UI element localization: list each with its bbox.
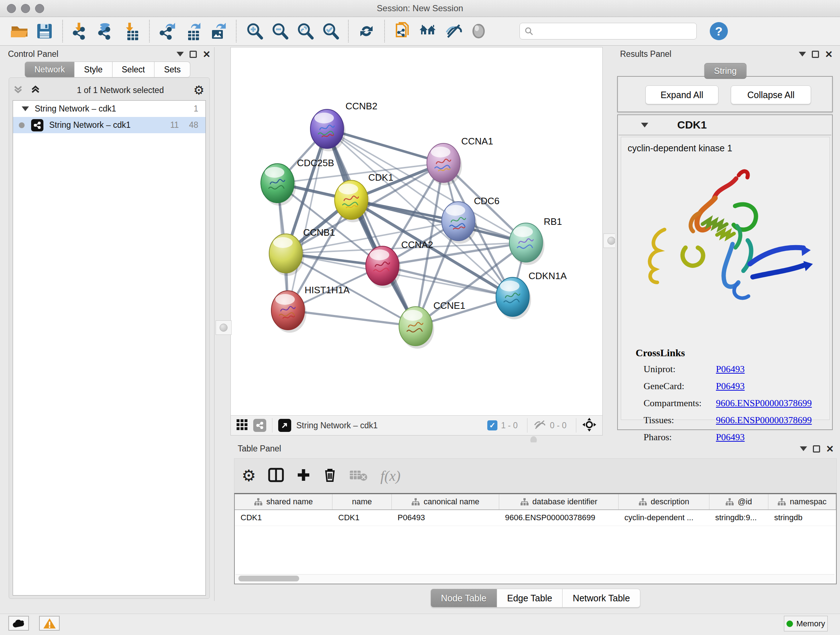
cloud-status-button[interactable]: [8, 616, 29, 631]
network-graph[interactable]: CCNB2 CCNA1 CDC25B CDK1 CDC6 RB1 CCNB1: [231, 48, 602, 415]
crosslink-link[interactable]: P06493: [716, 432, 745, 443]
node-CCNE1[interactable]: CCNE1: [399, 300, 465, 348]
collapse-all-button[interactable]: Collapse All: [731, 86, 811, 104]
tab-network-table[interactable]: Network Table: [562, 589, 640, 608]
edge-CCNB2-HIST1H1A[interactable]: [288, 129, 327, 310]
node-CDKN1A[interactable]: CDKN1A: [496, 271, 567, 319]
zoom-selected-button[interactable]: [320, 20, 341, 42]
export-network-button[interactable]: [157, 20, 178, 42]
collapse-panel-icon[interactable]: [799, 52, 806, 57]
column-header-namespac[interactable]: namespac: [768, 494, 836, 509]
crosslink-row: GeneCard: P06493: [636, 381, 812, 392]
table-row[interactable]: CDK1CDK1P064939606.ENSP00000378699cyclin…: [235, 510, 836, 526]
table-cell[interactable]: CDK1: [235, 510, 332, 526]
column-header-name[interactable]: name: [332, 494, 392, 509]
import-network-button[interactable]: [70, 20, 91, 42]
tab-network[interactable]: Network: [25, 62, 74, 78]
close-panel-icon[interactable]: ✕: [826, 445, 834, 453]
network-view[interactable]: CCNB2 CCNA1 CDC25B CDK1 CDC6 RB1 CCNB1: [231, 47, 603, 435]
clone-network-doc-button[interactable]: [392, 20, 413, 42]
column-header-canonical-name[interactable]: canonical name: [392, 494, 499, 509]
close-panel-icon[interactable]: ✕: [825, 51, 833, 58]
expand-all-button[interactable]: Expand All: [645, 86, 718, 104]
hide-eye-button[interactable]: [443, 20, 464, 42]
zoom-out-button[interactable]: [269, 20, 290, 42]
collapse-all-icon[interactable]: [13, 84, 24, 96]
tab-style[interactable]: Style: [74, 62, 112, 78]
open-in-new-icon[interactable]: [278, 419, 291, 432]
column-header--id[interactable]: @id: [709, 494, 768, 509]
grid-view-icon[interactable]: [236, 418, 248, 432]
search-input[interactable]: [534, 27, 685, 36]
import-network-db-button[interactable]: [95, 20, 117, 42]
zoom-fit-button[interactable]: [294, 20, 316, 42]
tab-sets[interactable]: Sets: [155, 62, 190, 78]
section-expand-icon[interactable]: [641, 123, 648, 127]
import-table-button[interactable]: [121, 20, 142, 42]
network-view-title: String Network – cdk1: [296, 421, 487, 431]
table-cell[interactable]: stringdb: [768, 510, 836, 526]
node-CDC6[interactable]: CDC6: [442, 195, 500, 244]
refresh-button[interactable]: [356, 20, 377, 42]
birdseye-view-icon[interactable]: [582, 417, 597, 433]
edge-HIST1H1A-CCNE1[interactable]: [288, 310, 416, 326]
column-header-shared-name[interactable]: shared name: [235, 494, 332, 509]
memory-button[interactable]: Memory: [784, 616, 828, 631]
warning-status-button[interactable]: [39, 616, 60, 631]
add-column-icon[interactable]: [296, 468, 311, 484]
table-cell[interactable]: cyclin-dependent ...: [619, 510, 709, 526]
collapse-panel-icon[interactable]: [177, 52, 184, 57]
crosslink-row: Compartments: 9606.ENSP00000378699: [636, 398, 812, 409]
share-network-icon[interactable]: [253, 419, 266, 432]
table-cell[interactable]: stringdb:9...: [709, 510, 768, 526]
gene-section-header[interactable]: CDK1: [619, 115, 831, 135]
export-image-button[interactable]: [208, 20, 229, 42]
import-network-db-icon: [97, 22, 115, 40]
table-hscrollbar[interactable]: [235, 574, 835, 582]
tab-string[interactable]: String: [704, 63, 747, 79]
hscrollbar-thumb[interactable]: [238, 576, 299, 581]
search-box[interactable]: [519, 23, 697, 40]
table-cell[interactable]: CDK1: [332, 510, 392, 526]
float-panel-icon[interactable]: [813, 445, 820, 453]
open-folder-button[interactable]: [9, 20, 30, 42]
table-options-gear-icon[interactable]: ⚙: [242, 470, 256, 482]
help-button[interactable]: ?: [710, 22, 728, 40]
float-panel-icon[interactable]: [189, 51, 197, 58]
tab-select[interactable]: Select: [112, 62, 155, 78]
node-RB1[interactable]: RB1: [509, 216, 562, 265]
collection-expand-icon[interactable]: [22, 106, 29, 111]
selected-nodes-checkbox[interactable]: ✓: [487, 420, 497, 431]
zoom-in-button[interactable]: [244, 20, 265, 42]
node-HIST1H1A[interactable]: HIST1H1A: [271, 285, 350, 333]
column-header-description[interactable]: description: [619, 494, 709, 509]
node-table[interactable]: shared namenamecanonical namedatabase id…: [234, 493, 837, 584]
export-table-button[interactable]: [182, 20, 203, 42]
save-button[interactable]: [34, 20, 55, 42]
string-homes-button[interactable]: [417, 20, 439, 42]
network-collection-row[interactable]: String Network – cdk1 1: [13, 101, 205, 117]
show-columns-icon[interactable]: [268, 468, 284, 484]
tab-node-table[interactable]: Node Table: [431, 589, 497, 608]
table-cell[interactable]: P06493: [392, 510, 499, 526]
show-eye-button[interactable]: [468, 20, 489, 42]
hidden-eye-icon[interactable]: [533, 419, 546, 432]
left-splitter-handle[interactable]: [216, 320, 232, 335]
column-header-database-identifier[interactable]: database identifier: [499, 494, 619, 509]
tab-edge-table[interactable]: Edge Table: [497, 589, 563, 608]
network-row-selected[interactable]: String Network – cdk1 11 48: [13, 117, 205, 133]
delete-column-icon[interactable]: [323, 467, 337, 484]
crosslink-row: Uniprot: P06493: [636, 364, 812, 375]
float-panel-icon[interactable]: [812, 51, 819, 58]
table-cell[interactable]: 9606.ENSP00000378699: [499, 510, 619, 526]
edge-CCNB2-CCNE1[interactable]: [327, 129, 416, 326]
crosslink-row: Pharos: P06493: [636, 432, 812, 443]
crosslink-link[interactable]: 9606.ENSP00000378699: [716, 398, 812, 409]
crosslink-link[interactable]: P06493: [716, 381, 745, 392]
expand-all-icon[interactable]: [30, 84, 41, 96]
close-panel-icon[interactable]: ✕: [202, 51, 210, 58]
crosslink-link[interactable]: 9606.ENSP00000378699: [716, 415, 812, 426]
network-options-gear-icon[interactable]: ⚙: [194, 84, 204, 96]
crosslink-link[interactable]: P06493: [716, 364, 745, 375]
collapse-panel-icon[interactable]: [800, 447, 807, 451]
